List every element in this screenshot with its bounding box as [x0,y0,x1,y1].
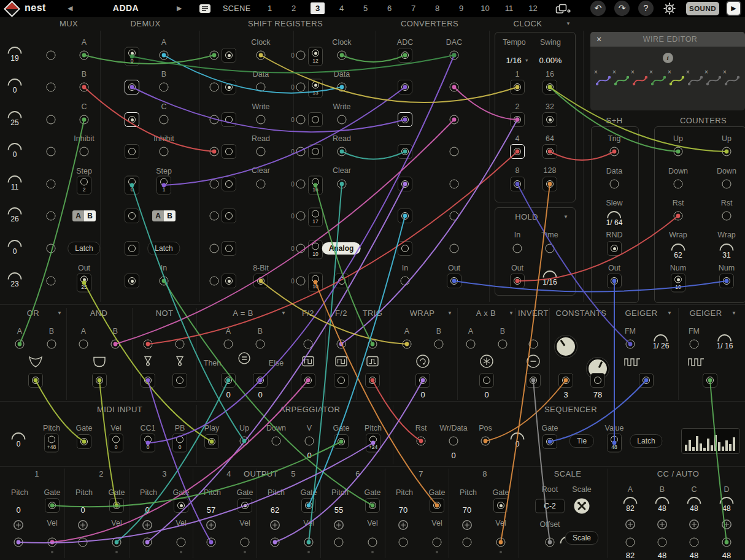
sh-data-port[interactable] [610,180,619,189]
ch7-gate-port[interactable] [430,498,444,513]
sr1-ctl-5[interactable] [257,180,266,189]
f2b-out-port[interactable] [334,373,349,388]
sr1-bit-8[interactable] [222,274,236,288]
scene-button-5[interactable]: 5 [358,2,373,14]
adc-bit-4[interactable] [398,144,412,159]
geiger2-rate-knob[interactable]: 1/ 16 [717,334,733,350]
clock-div-r-4[interactable] [542,177,557,191]
cc-a-port[interactable] [626,538,635,547]
demux-out-4[interactable] [125,144,139,159]
counter1-2[interactable] [674,180,683,189]
wire-editor-wire-5[interactable]: × [670,73,684,86]
adc-bit-3[interactable] [398,112,412,127]
seq-wrdata-port[interactable] [449,437,458,446]
demux-out-7[interactable] [125,241,139,256]
ch1-pitch-cv-port[interactable] [14,538,23,547]
seq-pos-port[interactable] [481,437,490,446]
sr1-bit-2[interactable] [222,80,236,94]
not1-out-port[interactable] [141,373,155,388]
mux-sel-3[interactable] [80,115,89,125]
seq-latch-button[interactable]: Latch [630,434,662,448]
counter1-num-port[interactable]: 10 [671,274,685,293]
redo-button[interactable]: ↷ [614,1,630,16]
ch7-pitch-cv-port[interactable] [399,538,408,547]
ch2-pitch-offset-knob[interactable] [77,520,88,531]
mux-in-5[interactable] [47,180,56,189]
wrap-a-port[interactable] [403,340,412,349]
dac-bit-2[interactable] [450,83,459,92]
sr2-bit-5[interactable]: 16 [308,176,323,195]
scene-button-11[interactable]: 11 [502,2,516,14]
info-icon[interactable]: i [663,53,673,63]
mux-step-port[interactable]: 2 [77,176,91,195]
not2-out-port[interactable] [172,373,187,388]
ch2-pitch-cv-port[interactable] [79,538,88,547]
mux-in-2[interactable] [47,83,56,92]
ch5-pitch-offset-knob[interactable] [269,520,280,531]
mux-ch7-knob[interactable]: 0 [7,239,23,255]
counter1-3[interactable] [674,212,683,221]
ch1-pitch-offset-knob[interactable] [13,520,24,531]
midi-pb-port[interactable]: 0 [172,434,187,453]
ch6-gate-port[interactable] [365,498,380,513]
sr1-bit-4[interactable] [222,144,236,159]
sr2-bit-7[interactable]: 10 [308,240,323,259]
ch8-pitch-offset-knob[interactable] [461,520,473,531]
cc-b-port[interactable] [658,538,667,547]
wrap-b-port[interactable] [434,340,444,349]
hold-dropdown-caret[interactable]: ▼ [563,214,568,220]
sr2-bit-2[interactable]: 13 [308,79,323,98]
scene-copy-icon[interactable] [555,4,571,17]
sequencer-display[interactable] [681,428,740,454]
sr2-bit-1[interactable]: 12 [308,47,323,66]
sr2-in-7[interactable] [296,244,306,253]
seq-rst-port[interactable] [417,437,426,446]
sr1-ctl-2[interactable] [257,83,266,92]
sr2-in-3[interactable] [296,115,306,125]
ch2-vel-port[interactable] [112,538,122,547]
mux-ch8-knob[interactable]: 23 [7,272,23,288]
sr2-bit-6[interactable]: 17 [308,208,323,227]
mux-in-4[interactable] [47,147,56,156]
sr1-in-1[interactable] [210,51,219,60]
mux-sel-4[interactable] [80,147,89,156]
counter2-1[interactable] [722,147,731,156]
ch4-vel-port[interactable] [241,538,250,547]
hold-time-knob[interactable]: 1/16 [542,270,558,286]
demux-out-1[interactable]: 0 [125,47,139,66]
mux-ch1-knob[interactable]: 19 [7,46,23,62]
scene-button-3[interactable]: 3 [311,2,325,14]
sr2-out-port[interactable] [334,274,349,288]
adc-bit-5[interactable] [398,177,412,191]
clock-div-r-2[interactable] [542,112,557,127]
cc-d-knob[interactable]: 48 [719,496,735,512]
ch5-pitch-cv-port[interactable] [271,538,280,547]
scene-button-12[interactable]: 12 [526,2,540,14]
sr2-in-5[interactable] [296,180,306,189]
sr1-in-3[interactable] [210,115,219,125]
sr2-ctl-4[interactable] [338,147,347,156]
ch3-pitch-offset-knob[interactable] [142,520,153,531]
help-button[interactable]: ? [638,1,654,16]
midi-pitch-port[interactable]: +48 [44,434,59,453]
arp-voices-port[interactable] [305,437,314,446]
mux-latch-button[interactable]: Latch [68,242,100,255]
ch5-vel-port[interactable] [304,538,314,547]
sr1-in-5[interactable] [210,180,219,189]
aeb-then-port[interactable] [221,373,236,388]
sr2-bit-4[interactable] [308,144,323,159]
axb-a-port[interactable] [466,340,476,349]
clock-div-l-4[interactable] [510,177,525,191]
sr1-in-8[interactable] [210,277,219,286]
scene-button-1[interactable]: 1 [263,2,277,14]
sr1-ctl-3[interactable] [257,115,266,125]
dac-bit-1[interactable] [450,51,459,60]
arp-pitch-port[interactable]: +24 [366,434,380,453]
axb-out-port[interactable] [479,373,494,388]
scale-offset-port[interactable] [546,538,555,547]
geiger2-caret[interactable]: ▼ [731,310,736,316]
ch7-pitch-offset-knob[interactable] [398,520,409,531]
or-a-port[interactable] [15,340,25,349]
hold-in-port[interactable] [513,244,522,253]
seq-value-port[interactable]: 48 [607,434,622,453]
